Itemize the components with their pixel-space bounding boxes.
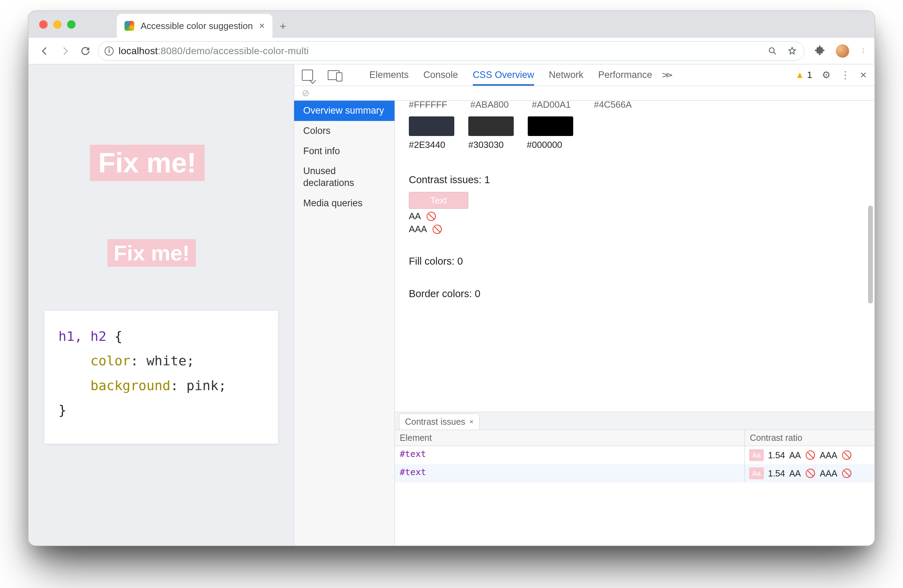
color-swatch[interactable]	[409, 116, 454, 136]
rendered-page: Fix me! Fix me! h1, h2 { color: white; b…	[29, 64, 294, 546]
zoom-icon[interactable]	[767, 46, 778, 57]
back-button[interactable]	[37, 43, 52, 59]
css-overview-sidebar: Overview summary Colors Font info Unused…	[294, 101, 395, 546]
profile-avatar[interactable]	[836, 44, 849, 58]
tab-elements[interactable]: Elements	[369, 69, 409, 80]
fail-icon: 🚫	[432, 225, 442, 234]
reload-button[interactable]	[78, 43, 93, 59]
svg-point-0	[769, 47, 774, 52]
sidebar-item-overview[interactable]: Overview summary	[294, 101, 395, 121]
sidebar-item-media[interactable]: Media queries	[294, 193, 395, 214]
element-cell: #text	[395, 446, 745, 464]
ratio-value: 1.54	[768, 469, 785, 479]
drawer-header: Element Contrast ratio	[395, 430, 874, 446]
hex-label: #2E3440	[409, 140, 445, 150]
tab-strip: Accessible color suggestion × ＋	[117, 11, 874, 38]
color-swatch[interactable]	[468, 116, 514, 136]
forward-button[interactable]	[57, 43, 73, 59]
mini-swatch: Aa	[749, 467, 764, 479]
hex-label: #303030	[468, 140, 503, 150]
fail-icon: 🚫	[842, 450, 852, 460]
hex-label: #4C566A	[594, 101, 632, 110]
sidebar-item-font[interactable]: Font info	[294, 141, 395, 162]
hex-label: #AD00A1	[532, 101, 571, 110]
maximize-window-button[interactable]	[67, 20, 76, 29]
more-tabs-icon[interactable]: ≫	[662, 71, 673, 80]
browser-window: Accessible color suggestion × ＋ i localh…	[28, 11, 875, 546]
code-block: h1, h2 { color: white; background: pink;…	[44, 311, 278, 443]
fail-icon: 🚫	[842, 469, 852, 478]
hex-label: #000000	[527, 140, 562, 150]
favicon-icon	[124, 21, 134, 31]
bookmark-star-icon[interactable]	[787, 46, 798, 57]
browser-toolbar: i localhost:8080/demo/accessible-color-m…	[29, 38, 874, 64]
ratio-value: 1.54	[768, 450, 785, 461]
drawer-tab-bar: Contrast issues ×	[395, 412, 874, 430]
table-row[interactable]: #text Aa 1.54 AA 🚫 AAA 🚫	[395, 464, 874, 483]
window-titlebar: Accessible color suggestion × ＋	[29, 11, 874, 38]
tab-console[interactable]: Console	[423, 69, 458, 80]
contrast-drawer: Contrast issues × Element Contrast ratio…	[395, 412, 874, 538]
window-controls	[39, 20, 76, 29]
hex-label: #FFFFFF	[409, 101, 447, 110]
settings-gear-icon[interactable]: ⚙	[822, 69, 831, 81]
fail-icon: 🚫	[426, 212, 436, 221]
aa-label: AA	[409, 211, 421, 222]
col-ratio-header: Contrast ratio	[745, 430, 874, 446]
sidebar-item-unused[interactable]: Unused declarations	[294, 161, 395, 193]
devtools-sub-toolbar: ⊘	[294, 86, 874, 101]
border-colors-label: Border colors: 0	[409, 288, 861, 300]
heading-h1: Fix me!	[90, 145, 205, 181]
close-tab-icon[interactable]: ×	[259, 20, 265, 31]
address-bar[interactable]: i localhost:8080/demo/accessible-color-m…	[98, 41, 804, 61]
tab-network[interactable]: Network	[549, 69, 584, 80]
close-devtools-icon[interactable]: ×	[860, 69, 867, 82]
close-window-button[interactable]	[39, 20, 47, 29]
minimize-window-button[interactable]	[53, 20, 61, 29]
aaa-label: AAA	[409, 224, 427, 234]
new-tab-button[interactable]: ＋	[272, 14, 293, 38]
sidebar-item-colors[interactable]: Colors	[294, 121, 395, 141]
drawer-empty-space	[395, 483, 874, 538]
color-swatch[interactable]	[528, 116, 573, 136]
table-row[interactable]: #text Aa 1.54 AA 🚫 AAA 🚫	[395, 446, 874, 464]
css-overview-main: #FFFFFF #ABA800 #AD00A1 #4C566A #2E3440	[395, 101, 874, 546]
col-element-header: Element	[395, 430, 745, 446]
hex-label: #ABA800	[470, 101, 509, 110]
fill-colors-label: Fill colors: 0	[409, 256, 861, 267]
devtools-tab-bar: Elements Console CSS Overview Network Pe…	[294, 64, 874, 86]
browser-menu-icon[interactable]: ⋮	[861, 47, 866, 54]
heading-h2: Fix me!	[107, 239, 196, 267]
extensions-icon[interactable]	[815, 45, 825, 57]
drawer-tab-contrast[interactable]: Contrast issues ×	[399, 413, 480, 430]
content-area: Fix me! Fix me! h1, h2 { color: white; b…	[29, 64, 874, 546]
mini-swatch: Aa	[749, 449, 764, 461]
contrast-issues-label: Contrast issues: 1	[409, 174, 861, 186]
site-info-icon[interactable]: i	[105, 47, 114, 56]
tab-css-overview[interactable]: CSS Overview	[473, 69, 534, 80]
contrast-issue-chip[interactable]: Text	[409, 192, 468, 209]
fail-icon: 🚫	[805, 450, 816, 460]
device-toggle-icon[interactable]	[328, 70, 340, 80]
devtools-menu-icon[interactable]: ⋮	[840, 69, 850, 81]
tab-performance[interactable]: Performance	[598, 69, 652, 80]
fail-icon: 🚫	[805, 469, 816, 478]
inspect-element-icon[interactable]	[302, 69, 313, 81]
element-cell: #text	[395, 464, 745, 483]
close-drawer-tab-icon[interactable]: ×	[469, 418, 474, 426]
tab-title: Accessible color suggestion	[141, 20, 253, 31]
devtools-panel: Elements Console CSS Overview Network Pe…	[294, 64, 874, 546]
clear-overview-icon[interactable]: ⊘	[302, 88, 310, 99]
url-text: localhost:8080/demo/accessible-color-mul…	[118, 46, 309, 57]
warnings-indicator[interactable]: ▲1	[795, 69, 812, 80]
browser-tab[interactable]: Accessible color suggestion ×	[117, 14, 272, 38]
